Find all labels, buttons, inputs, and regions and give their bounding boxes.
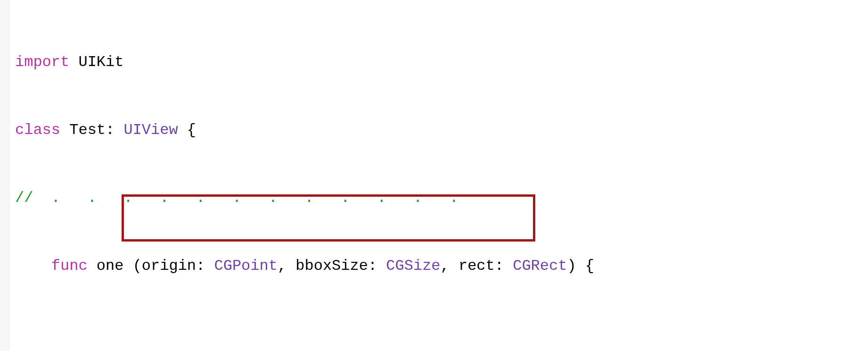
code-line[interactable]: func one (origin: CGPoint, bboxSize: CGS… bbox=[15, 255, 868, 277]
class-name: Test bbox=[69, 121, 106, 139]
module-name: UIKit bbox=[78, 53, 123, 71]
editor-gutter bbox=[0, 0, 9, 351]
code-line[interactable]: // . . . . . . . . . . . . bbox=[15, 187, 868, 209]
code-line[interactable]: import UIKit bbox=[15, 51, 868, 74]
keyword-import: import bbox=[15, 53, 69, 71]
code-line[interactable] bbox=[15, 323, 868, 345]
keyword-func: func bbox=[51, 257, 88, 275]
code-editor[interactable]: import UIKit class Test: UIView { // . .… bbox=[15, 6, 868, 351]
type-cgpoint: CGPoint bbox=[214, 257, 277, 275]
type-cgsize: CGSize bbox=[386, 257, 440, 275]
code-line[interactable]: class Test: UIView { bbox=[15, 119, 868, 142]
comment: // . . . . . . . . . . . . bbox=[15, 189, 459, 207]
supertype: UIView bbox=[123, 121, 178, 139]
keyword-class: class bbox=[15, 121, 60, 139]
type-cgrect: CGRect bbox=[513, 257, 567, 275]
